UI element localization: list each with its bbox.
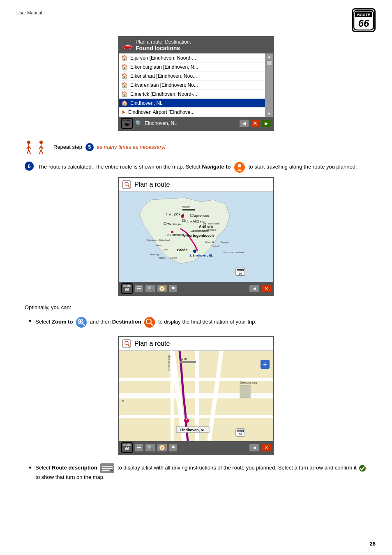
step5-suffix: as many times as necessary! <box>97 144 166 150</box>
map2-viewport: 3 30 m + Geldropsweg Eindhoven, NL Frede… <box>119 351 273 441</box>
svg-text:2. Rotterdam, NL: 2. Rotterdam, NL <box>167 234 189 236</box>
search-results-header: 🚗 Plan a route: Destination: Found locat… <box>119 37 273 53</box>
header-car-icon: 🚗 <box>122 40 132 50</box>
map1-zoom-btn[interactable]: 🔍 <box>145 285 155 292</box>
svg-text:66: 66 <box>239 433 242 436</box>
step6-number: 6 <box>25 162 34 171</box>
svg-text:Apeldoorn: Apeldoorn <box>194 214 209 218</box>
map2-toolbar: ROUTE 66 ☰ 🔍 🧭 ⚑ ◄ ✕ <box>119 441 273 454</box>
result-item-1[interactable]: 🏠 Eijerven [Eindhoven; Noord-... <box>119 53 265 62</box>
map2-menu-btn[interactable]: ☰ <box>135 444 143 451</box>
destination-label: Destination <box>112 319 141 325</box>
right-nav-btn[interactable]: ► <box>262 120 271 127</box>
svg-text:Arnhem: Arnhem <box>199 224 213 229</box>
bullet-dot-2: • <box>29 463 31 473</box>
close-btn[interactable]: ✕ <box>251 120 259 127</box>
svg-text:30 m: 30 m <box>180 357 187 361</box>
map1-menu-btn[interactable]: ☰ <box>135 285 143 292</box>
svg-text:Breda: Breda <box>177 248 188 252</box>
step5-area: → Repeat step 5 as many times as necessa… <box>16 139 376 155</box>
search-results-box: 🚗 Plan a route: Destination: Found locat… <box>118 36 274 131</box>
svg-text:→: → <box>32 143 38 149</box>
map2-title: Plan a route <box>134 340 170 347</box>
nav-icon-7: ➤ <box>121 109 126 115</box>
svg-point-36 <box>171 231 173 233</box>
bullet2-label-end: to show that turn on the map. <box>35 474 104 480</box>
header-title-line1: Plan a route: Destination: <box>136 39 191 45</box>
svg-text:3: 3 <box>186 417 187 420</box>
svg-text:n: n <box>122 399 124 403</box>
house-icon-2: 🏠 <box>121 64 128 70</box>
svg-text:Rheden: Rheden <box>207 229 216 231</box>
step5-text: Repeat step 5 as many times as necessary… <box>53 143 166 151</box>
zoom-to-label: Zoom to <box>52 319 73 325</box>
scrollbar[interactable]: ▲ ▼ <box>265 53 273 117</box>
map1-nav-btn[interactable]: 🧭 <box>157 285 167 292</box>
map2-back-btn[interactable]: ◄ <box>249 444 259 451</box>
bottom-location-text: Eindhoven, NL <box>145 120 237 126</box>
svg-line-9 <box>29 150 30 154</box>
map1-back-btn[interactable]: ◄ <box>249 285 259 292</box>
svg-text:Tholen: Tholen <box>156 244 163 247</box>
result-item-4[interactable]: 🏠 Eikvarenlaan [Eindhoven; No... <box>119 81 265 90</box>
svg-line-16 <box>41 150 43 154</box>
svg-text:ROUTE: ROUTE <box>357 13 370 17</box>
route-description-icon <box>100 463 114 473</box>
map1-toolbar: ROUTE 66 ☰ 🔍 🧭 ⚑ ◄ ✕ <box>119 282 273 295</box>
map2-nav-btn[interactable]: 🧭 <box>157 444 167 451</box>
house-icon-1: 🏠 <box>121 55 128 61</box>
svg-text:Ede: Ede <box>200 221 205 224</box>
left-nav-btn[interactable]: ◄ <box>240 120 249 127</box>
result-item-3[interactable]: 🏠 Eikenstraat [Eindhoven; Noo... <box>119 72 265 81</box>
scroll-thumb[interactable] <box>266 60 272 65</box>
scroll-up-arrow[interactable]: ▲ <box>267 54 271 59</box>
map2-title-bar: Plan a route <box>119 337 273 351</box>
result-text-7: Eindhoven Airport [Eindhove... <box>128 109 194 115</box>
svg-text:Goes: Goes <box>162 248 168 251</box>
map2-container: Plan a route <box>16 336 376 455</box>
bullet-content-1: Select Zoom to and then Destination <box>35 317 256 328</box>
svg-text:66: 66 <box>358 18 369 29</box>
svg-text:3. Eindhoven, NL: 3. Eindhoven, NL <box>189 254 213 257</box>
svg-text:Veghel: Veghel <box>211 245 219 247</box>
bullet2-section: • Select Route description to display a … <box>16 463 376 481</box>
result-item-2[interactable]: 🏠 Eikenburglaan [Eindhoven; N... <box>119 62 265 72</box>
svg-text:Essen: Essen <box>170 257 177 259</box>
results-list-area: 🏠 Eijerven [Eindhoven; Noord-... 🏠 Eiken… <box>119 53 273 117</box>
svg-text:Geldropsweg: Geldropsweg <box>240 381 257 384</box>
svg-text:Eindhoven, NL: Eindhoven, NL <box>180 428 206 432</box>
result-text-1: Eijerven [Eindhoven; Noord-... <box>130 55 196 61</box>
map2-close-btn[interactable]: ✕ <box>262 444 271 451</box>
result-item-5[interactable]: 🏠 Eimerick [Eindhoven; Noord-... <box>119 90 265 99</box>
map1-title: Plan a route <box>134 181 170 188</box>
result-item-6[interactable]: 🏠 Eindhoven, NL <box>119 99 265 108</box>
bullet2-label-before: Select <box>35 465 50 471</box>
map2-zoom-btn[interactable]: 🔍 <box>145 444 155 451</box>
svg-rect-87 <box>240 386 250 398</box>
bullet-content-2: Select Route description to display a li… <box>35 463 367 481</box>
search-icon[interactable]: 🔍 <box>135 120 142 127</box>
map2-route66: ROUTE 66 <box>121 442 133 453</box>
step6-text-after: to start travelling along the route you … <box>249 164 357 170</box>
search-bottom-bar: ROUTE 66 🔍 Eindhoven, NL ◄ ✕ ► <box>119 117 273 130</box>
svg-point-11 <box>39 141 43 144</box>
map1-close-btn[interactable]: ✕ <box>262 285 271 292</box>
route-description-label: Route description <box>52 465 97 471</box>
result-text-4: Eikvarenlaan [Eindhoven; No... <box>130 82 198 88</box>
scroll-down-arrow[interactable]: ▼ <box>267 111 271 116</box>
result-item-7[interactable]: ➤ Eindhoven Airport [Eindhove... <box>119 108 265 117</box>
map1-flag-btn[interactable]: ⚑ <box>169 285 177 292</box>
svg-line-15 <box>39 150 41 154</box>
svg-text:1. A... (50 km): 1. A... (50 km) <box>166 213 184 216</box>
svg-point-66 <box>144 317 155 328</box>
header-title-line2: Found locations <box>136 45 191 51</box>
svg-point-61 <box>76 317 87 328</box>
result-text-3: Eikenstraat [Eindhoven; Noo... <box>130 73 197 79</box>
map2-flag-btn[interactable]: ⚑ <box>169 444 177 451</box>
house-icon-3: 🏠 <box>121 73 128 79</box>
svg-text:Bergen: Bergen <box>221 241 228 243</box>
svg-text:50 km: 50 km <box>182 206 190 208</box>
bullet2-label-after: to display a list with all driving instr… <box>118 465 357 471</box>
repeat-icon: → <box>25 139 47 155</box>
svg-text:Schouwen-Duiveland: Schouwen-Duiveland <box>147 239 170 241</box>
